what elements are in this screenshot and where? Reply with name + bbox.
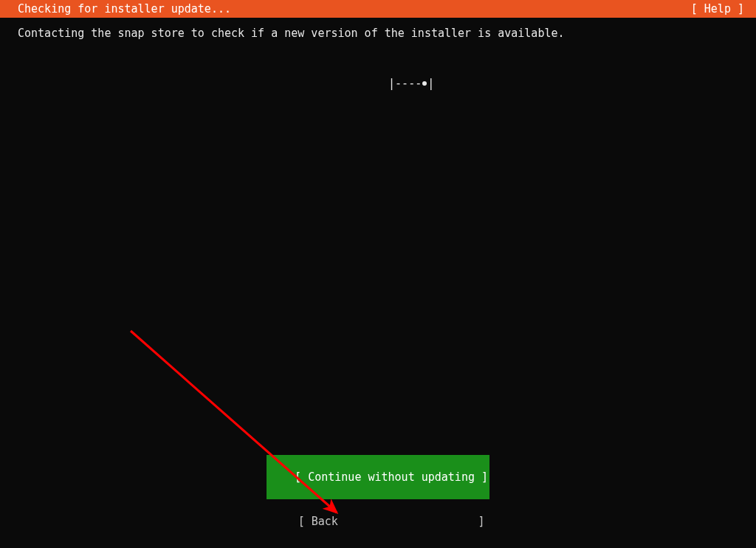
help-button[interactable]: [ Help ] xyxy=(691,0,744,18)
footer-actions: [ Continue without updating ] [ Back ] xyxy=(0,455,756,544)
continue-label: Continue without updating xyxy=(308,470,475,484)
bracket-open: [ xyxy=(298,515,312,528)
spinner-left: |---- xyxy=(388,77,422,90)
title-bar: Checking for installer update... [ Help … xyxy=(0,0,756,18)
page-title: Checking for installer update... xyxy=(18,0,231,18)
continue-without-updating-button[interactable]: [ Continue without updating ] xyxy=(267,455,489,499)
bracket-close: ] xyxy=(338,515,485,528)
bracket-open: [ xyxy=(295,470,308,484)
back-label: Back xyxy=(312,515,338,528)
main-content: Contacting the snap store to check if a … xyxy=(0,18,756,117)
spinner: |----| xyxy=(18,50,738,117)
back-button[interactable]: [ Back ] xyxy=(270,499,487,544)
spinner-right: | xyxy=(427,77,434,90)
spinner-dot-icon xyxy=(422,81,427,86)
status-text: Contacting the snap store to check if a … xyxy=(18,27,738,40)
bracket-close: ] xyxy=(475,470,488,484)
